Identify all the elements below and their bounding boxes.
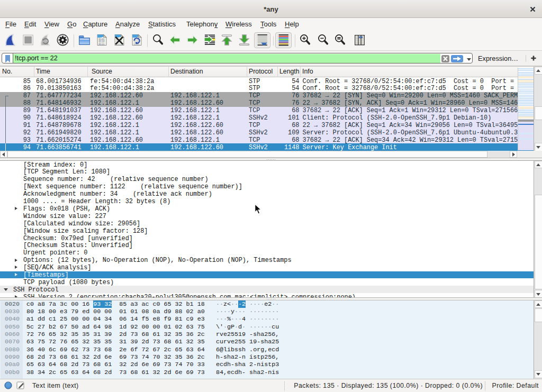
svg-text:0111: 0111	[98, 43, 105, 45]
